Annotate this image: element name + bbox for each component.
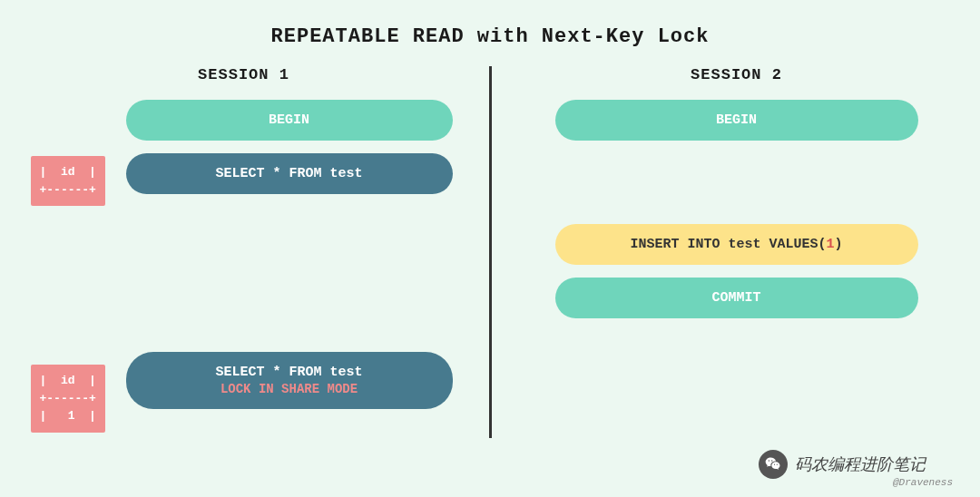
session-2-column: SESSION 2 BEGIN INSERT INTO test VALUES(… [510, 66, 964, 438]
select2-line2: LOCK IN SHARE MODE [126, 382, 453, 396]
session-2-label: SESSION 2 [510, 66, 964, 83]
insert-text-pre: INSERT INTO test VALUES( [630, 237, 826, 252]
session2-insert-pill: INSERT INTO test VALUES(1) [555, 224, 918, 265]
wechat-icon [759, 450, 788, 479]
diagram-title: REPEATABLE READ with Next-Key Lock [0, 0, 980, 66]
watermark-text: 码农编程进阶笔记 [795, 453, 926, 475]
session1-begin-pill: BEGIN [126, 100, 453, 141]
session-1-column: SESSION 1 | id | +------+ | id | +------… [17, 66, 471, 438]
session2-begin-pill: BEGIN [555, 100, 918, 141]
insert-text-post: ) [835, 237, 843, 252]
session1-select1-pill: SELECT * FROM test [126, 153, 453, 194]
credit-text: @Draveness [893, 477, 953, 488]
result-box-1: | id | +------+ [31, 156, 105, 206]
insert-value: 1 [827, 237, 835, 252]
session2-commit-pill: COMMIT [555, 278, 918, 318]
session1-select2-pill: SELECT * FROM test LOCK IN SHARE MODE [126, 352, 453, 409]
session-1-label: SESSION 1 [17, 66, 471, 83]
diagram-container: SESSION 1 | id | +------+ | id | +------… [0, 66, 980, 438]
watermark-badge: 码农编程进阶笔记 [759, 450, 926, 479]
column-divider [489, 66, 492, 438]
result-box-2: | id | +------+ | 1 | [31, 365, 105, 433]
select2-line1: SELECT * FROM test [126, 365, 453, 380]
